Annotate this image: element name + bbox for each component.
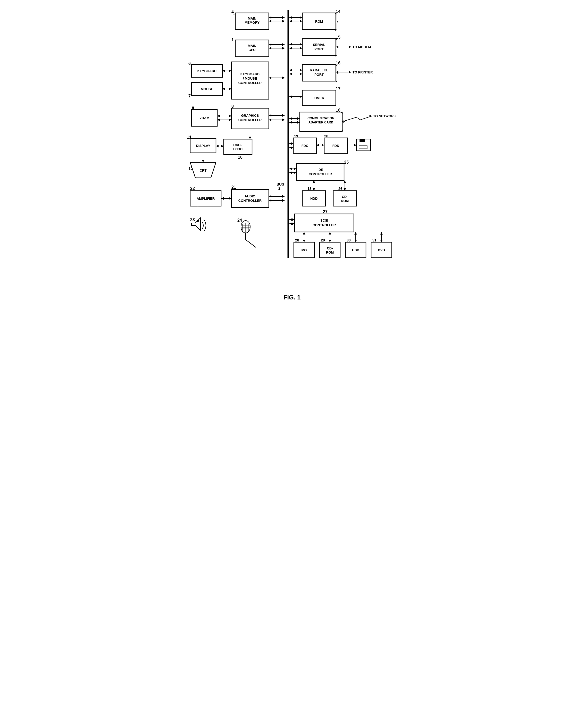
svg-line-30 (342, 117, 356, 122)
amp-label: AMPLIFIER (197, 197, 215, 201)
bus-scsi-r2 (292, 223, 295, 225)
ref-6: 6 (188, 61, 191, 66)
scsi-ctrl-l1: SCSI (320, 218, 328, 223)
ref-9: 9 (192, 106, 194, 110)
vram-graph-r2 (229, 119, 231, 121)
ref-15: 15 (336, 35, 340, 40)
audio-bus-l2 (269, 199, 271, 202)
arrow-mem-bus-left-head2 (269, 20, 271, 22)
ide-ctrl-l2: CONTROLLER (309, 172, 332, 176)
kb-ctrl-arrow-r (229, 70, 231, 72)
ref-20: 20 (324, 134, 328, 138)
dac-l1: DAC / (233, 143, 243, 147)
arrow-cpu-r2 (282, 47, 285, 50)
parallel-port-l1: PARALLEL (310, 68, 328, 72)
disp-dac-r (221, 145, 224, 148)
scsi-mo-up (303, 232, 305, 234)
mo-label: MO (302, 248, 307, 252)
to-printer-label: TO PRINTER (353, 70, 373, 74)
main-memory-label: MAIN (248, 17, 256, 20)
cdrom-ide-l1: CD- (342, 195, 348, 199)
amp-audio-r (229, 197, 231, 200)
dac-l2: LCDC (233, 147, 243, 151)
graphics-ctrl-l2: CONTROLLER (238, 118, 262, 122)
kb-mouse-ctrl-box (231, 62, 269, 99)
mic-cable (246, 240, 256, 248)
fdd-label: FDD (332, 144, 339, 148)
ref-7: 7 (188, 94, 191, 98)
mouse-ctrl-arrow-l (222, 87, 225, 90)
ref-27: 27 (323, 209, 328, 214)
display-label: DISPLAY (196, 144, 210, 148)
ref-23: 23 (190, 217, 195, 222)
keyboard-label: KEYBOARD (197, 69, 217, 73)
bus-comm-r (297, 117, 300, 120)
cdrom-scsi-l1: CD- (327, 246, 333, 250)
ide-cdrom-down (344, 188, 346, 191)
ref-21: 21 (231, 185, 236, 189)
fdc-fdd-l (316, 144, 319, 146)
ref-18: 18 (336, 108, 340, 112)
bus-timer-r (300, 95, 302, 98)
arrow-mem-bus-right-head2 (282, 20, 285, 22)
kb-ctrl-arrow-l (222, 70, 225, 72)
fdc-label: FDC (302, 144, 308, 148)
serial-port-l1: SERIAL (313, 43, 325, 47)
kb-mouse-ctrl-l2: / MOUSE (243, 77, 257, 80)
graph-dac-arrow (249, 136, 251, 139)
bus-scsi-l2 (289, 223, 292, 225)
main-cpu-label2: CPU (249, 48, 255, 52)
scsi-ctrl-l2: CONTROLLER (313, 223, 336, 227)
comm-adapter-l1: COMMUNICATION (307, 116, 334, 120)
bus-rom-r2 (300, 20, 302, 22)
ref-10: 10 (238, 155, 243, 159)
ref-16: 16 (336, 61, 340, 65)
timer-label: TIMER (314, 96, 325, 100)
ref-1: 1 (231, 37, 234, 42)
bus-rom-l2 (289, 20, 292, 22)
fdc-fdd-r (322, 144, 324, 146)
bus-para-l2 (289, 73, 292, 75)
ref-31: 31 (373, 238, 377, 242)
bus-serial-l (289, 43, 292, 46)
ref-8: 8 (231, 104, 234, 108)
bus-scsi-l (289, 218, 292, 221)
comm-adapter-l2: ADAPTER CARD (308, 121, 333, 124)
parallel-port-l2: PORT (314, 73, 324, 77)
audio-ctrl-l1: AUDIO (245, 194, 255, 198)
bus-ide-l2 (289, 172, 292, 174)
disp-dac-l (216, 145, 219, 148)
bus-ide-r (294, 167, 296, 170)
floppy-slot (359, 146, 367, 149)
ref-13: 13 (307, 187, 311, 191)
vram-graph-l2 (217, 119, 220, 121)
scsi-ctrl-box (295, 214, 354, 232)
graphics-ctrl-l1: GRAPHICS (241, 114, 259, 118)
comm-net-arrow (369, 115, 372, 118)
graph-bus-l2 (269, 119, 271, 121)
ref-25: 25 (344, 160, 349, 164)
bus-para-l (289, 69, 292, 71)
scsi-mo-down (303, 240, 305, 242)
audio-bus-r1 (282, 195, 285, 198)
mouse-ctrl-arrow-r (229, 87, 231, 90)
bus-para-r2 (300, 73, 302, 75)
bus-comm-l2 (289, 121, 292, 124)
bus-para-r (300, 69, 302, 71)
audio-bus-l1 (269, 195, 271, 198)
ref-28: 28 (295, 238, 299, 242)
ref-4: 4 (231, 10, 234, 14)
scsi-cdrom-up (329, 232, 331, 234)
scsi-dvd-up (380, 232, 383, 234)
audio-bus-r2 (282, 199, 285, 202)
bus-ide-l (289, 167, 292, 170)
mouse-label: MOUSE (201, 87, 213, 91)
scsi-hdd-up (354, 232, 357, 234)
hdd-label: HDD (310, 197, 318, 201)
para-printer-r (349, 71, 351, 74)
graph-bus-l1 (269, 114, 271, 117)
scsi-cdrom-down (329, 240, 331, 242)
crt-label: CRT (200, 168, 207, 173)
audio-ctrl-l2: CONTROLLER (238, 199, 262, 203)
scsi-hdd-down (354, 240, 357, 242)
